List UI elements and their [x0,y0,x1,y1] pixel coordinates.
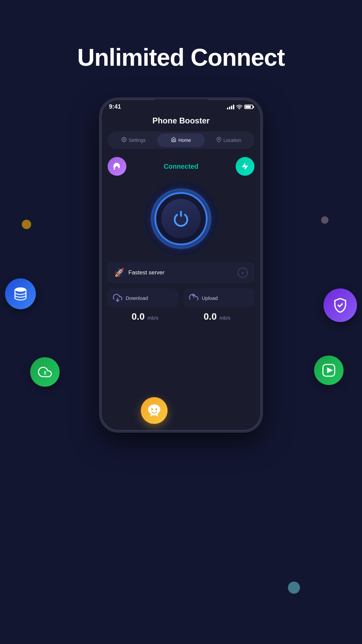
lightning-button[interactable] [236,157,254,176]
database-icon [5,278,36,309]
play-video-icon [314,356,344,385]
download-value-block: 0.0 mb/s [109,311,181,322]
settings-icon [121,137,127,144]
download-icon [113,293,122,303]
mauve-dot [321,216,328,224]
app-title: Phone Booster [153,116,210,125]
tab-home[interactable]: Home [157,133,205,147]
svg-marker-3 [327,367,333,373]
svg-point-6 [218,139,220,140]
tab-settings-label: Settings [129,138,146,143]
svg-text:₿: ₿ [44,371,46,375]
speed-row: Download Upload [108,288,254,307]
svg-point-4 [239,108,240,109]
svg-point-5 [123,139,125,140]
mask-icon [141,397,168,424]
tab-bar[interactable]: Settings Home [108,131,254,149]
download-label: Download [126,295,148,301]
bitcoin-cloud-icon: ₿ [30,357,60,387]
server-label: Fastest server [128,269,165,276]
page-title: Unlimited Connect [0,44,362,71]
status-time: 9:41 [109,103,121,110]
upload-label: Upload [202,295,218,301]
tab-home-label: Home [178,138,191,143]
teal-dot [288,582,300,594]
svg-point-11 [156,409,158,411]
upload-icon [189,293,198,303]
download-unit: mb/s [147,315,159,321]
status-bar: 9:41 [101,103,261,110]
gold-dot [22,220,31,229]
signal-icon [227,105,234,109]
rocket-server-icon: 🚀 [114,268,124,277]
svg-point-0 [15,287,26,292]
power-area [144,182,218,256]
phone-mockup: 9:41 Phone [99,97,263,433]
speed-values: 0.0 mb/s 0.0 mb/s [108,311,254,322]
connection-status: Connected [164,163,198,170]
power-button[interactable] [161,199,201,238]
upload-value-block: 0.0 mb/s [181,311,253,322]
tab-location-label: Location [224,138,241,143]
battery-icon [244,105,253,109]
status-icons [227,105,253,109]
download-value: 0.0 [132,311,145,322]
home-icon [171,137,176,144]
connected-row: Connected [108,157,254,176]
tab-location[interactable]: Location [205,133,252,147]
tab-settings[interactable]: Settings [110,133,157,147]
wifi-icon [236,105,242,109]
shield-check-icon [323,288,357,322]
svg-marker-7 [242,163,248,170]
upload-unit: mb/s [220,315,231,321]
svg-point-10 [151,409,153,411]
upload-card: Upload [184,288,254,307]
upload-value: 0.0 [204,311,217,322]
server-arrow-icon: › [238,268,248,278]
rocket-button[interactable] [108,157,126,176]
fastest-server-row[interactable]: 🚀 Fastest server › [108,262,254,283]
download-card: Download [108,288,178,307]
location-icon [216,137,222,144]
phone-side-button [262,193,263,220]
